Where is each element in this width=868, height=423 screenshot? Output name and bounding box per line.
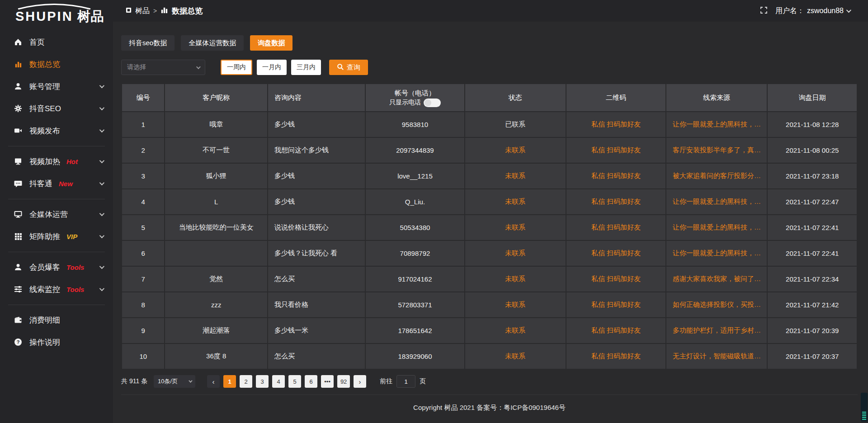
dm-link[interactable]: 私信	[591, 275, 605, 282]
breadcrumb-separator: >	[153, 7, 157, 14]
page-button[interactable]: 6	[305, 375, 317, 388]
cell-content: 多少钱一米	[268, 318, 365, 343]
scan-add-friend-link[interactable]: 扫码加好友	[607, 223, 641, 231]
cell-id: 3	[122, 164, 164, 188]
cell-status: 未联系	[465, 215, 566, 240]
dm-link[interactable]: 私信	[591, 223, 605, 231]
page-button[interactable]: 3	[256, 375, 269, 388]
range-button[interactable]: 一周内	[221, 60, 252, 75]
logo: SHUPIN 树品	[0, 0, 113, 26]
page-button[interactable]: 5	[288, 375, 301, 388]
sidebar-item-label: 会员爆客	[29, 262, 60, 273]
dm-link[interactable]: 私信	[591, 326, 605, 334]
dm-link[interactable]: 私信	[591, 120, 605, 128]
phone-only-toggle[interactable]	[424, 99, 441, 107]
source-link[interactable]: 多功能护栏灯，适用于乡村文...	[673, 326, 762, 335]
scan-add-friend-link[interactable]: 扫码加好友	[607, 249, 641, 257]
grid-icon	[14, 232, 23, 240]
scan-add-friend-link[interactable]: 扫码加好友	[607, 275, 641, 282]
goto-page-input[interactable]	[396, 375, 415, 388]
scan-add-friend-link[interactable]: 扫码加好友	[607, 120, 641, 128]
tab[interactable]: 抖音seo数据	[121, 35, 175, 51]
cell-content: 多少钱	[268, 112, 365, 137]
scan-add-friend-link[interactable]: 扫码加好友	[607, 301, 641, 308]
sidebar-item-label: 消费明细	[29, 315, 60, 325]
dm-link[interactable]: 私信	[591, 249, 605, 257]
source-link[interactable]: 让你一眼就爱上的黑科技，能...	[673, 249, 762, 258]
search-button-label: 查询	[347, 63, 360, 72]
scan-add-friend-link[interactable]: 扫码加好友	[607, 352, 641, 360]
page-button[interactable]: •••	[321, 375, 334, 388]
sidebar-item[interactable]: 线索监控 Tools	[0, 278, 113, 301]
cell-qrcode: 私信 扫码加好友	[566, 215, 665, 240]
next-page-button[interactable]: ›	[354, 375, 366, 388]
source-link[interactable]: 无主灯设计，智能磁吸轨道灯...	[673, 352, 762, 361]
page-button[interactable]: 2	[240, 375, 252, 388]
source-link[interactable]: 客厅安装投影半年多了，真实...	[673, 146, 762, 155]
dm-link[interactable]: 私信	[591, 301, 605, 308]
sidebar-item[interactable]: 首页	[0, 31, 113, 53]
source-link[interactable]: 被大家追着问的客厅投影分享...	[673, 172, 762, 180]
cell-date: 2021-11-07 22:47	[768, 189, 857, 214]
sidebar-item-badge: New	[59, 180, 73, 188]
page-size-select[interactable]: 10条/页	[154, 375, 195, 388]
page-button[interactable]: 92	[337, 375, 350, 388]
scan-add-friend-link[interactable]: 扫码加好友	[607, 146, 641, 154]
sidebar-item-label: 操作说明	[29, 337, 60, 348]
sidebar-item-badge: Hot	[66, 158, 78, 165]
source-link[interactable]: 如何正确选择投影仪，买投影...	[673, 301, 762, 309]
table-row: 2 不可一世 我想问这个多少钱 2097344839 未联系 私信 扫码加好友 …	[122, 138, 857, 163]
breadcrumb: 树品 > 数据总览	[126, 6, 203, 16]
col-id: 编号	[122, 84, 164, 111]
sidebar-item[interactable]: 消费明细	[0, 309, 113, 331]
cell-nickname: 不可一世	[165, 138, 267, 163]
sidebar-item[interactable]: ? 操作说明	[0, 331, 113, 353]
cell-date: 2021-11-08 00:25	[768, 138, 857, 163]
scan-add-friend-link[interactable]: 扫码加好友	[607, 197, 641, 205]
sidebar-item[interactable]: 账号管理	[0, 75, 113, 98]
scan-add-friend-link[interactable]: 扫码加好友	[607, 326, 641, 334]
page-button[interactable]: 1	[223, 375, 236, 388]
sidebar-item[interactable]: 会员爆客 Tools	[0, 256, 113, 278]
cell-status: 未联系	[465, 138, 566, 163]
range-button[interactable]: 一月内	[257, 60, 287, 75]
user-menu[interactable]: 用户名：zswodun88	[775, 6, 850, 16]
page-button[interactable]: 4	[272, 375, 285, 388]
search-button[interactable]: 查询	[329, 60, 368, 75]
source-link[interactable]: 让你一眼就爱上的黑科技，能...	[673, 120, 762, 129]
cell-date: 2021-11-08 12:28	[768, 112, 857, 137]
chevron-down-icon	[99, 180, 104, 185]
sidebar-item[interactable]: 抖客通 New	[0, 173, 113, 195]
tab[interactable]: 全媒体运营数据	[181, 35, 244, 51]
wallet-icon	[14, 316, 23, 324]
sidebar-item[interactable]: 矩阵助推 VIP	[0, 226, 113, 248]
filter-select[interactable]: 请选择	[121, 60, 205, 75]
dm-link[interactable]: 私信	[591, 197, 605, 205]
dm-link[interactable]: 私信	[591, 172, 605, 179]
overlay-widget[interactable]	[861, 393, 868, 422]
scan-add-friend-link[interactable]: 扫码加好友	[607, 172, 641, 179]
sidebar-item[interactable]: 视频加热 Hot	[0, 150, 113, 173]
sidebar-item-label: 抖客通	[29, 179, 52, 189]
breadcrumb-root[interactable]: 树品	[135, 6, 150, 16]
prev-page-button[interactable]: ‹	[207, 375, 220, 388]
sidebar-item[interactable]: 抖音SEO	[0, 98, 113, 120]
tab[interactable]: 询盘数据	[250, 35, 292, 51]
sidebar-item[interactable]: 数据总览	[0, 53, 113, 75]
col-nickname: 客户昵称	[165, 84, 267, 111]
fullscreen-icon[interactable]	[760, 7, 767, 15]
source-link[interactable]: 感谢大家喜欢我家，被问了好...	[673, 275, 762, 283]
range-button[interactable]: 三月内	[291, 60, 321, 75]
sidebar-item[interactable]: 全媒体运营	[0, 203, 113, 226]
cell-qrcode: 私信 扫码加好友	[566, 267, 665, 291]
sidebar-item-label: 矩阵助推	[29, 231, 60, 242]
cell-source: 感谢大家喜欢我家，被问了好...	[666, 267, 767, 291]
dm-link[interactable]: 私信	[591, 146, 605, 154]
sidebar-item[interactable]: 视频发布	[0, 120, 113, 142]
goto-label: 前往	[380, 377, 392, 385]
source-link[interactable]: 让你一眼就爱上的黑科技，能...	[673, 223, 762, 232]
source-link[interactable]: 让你一眼就爱上的黑科技，能...	[673, 197, 762, 206]
dm-link[interactable]: 私信	[591, 352, 605, 360]
cell-account: love__1215	[366, 164, 464, 188]
cell-status: 未联系	[465, 344, 566, 369]
